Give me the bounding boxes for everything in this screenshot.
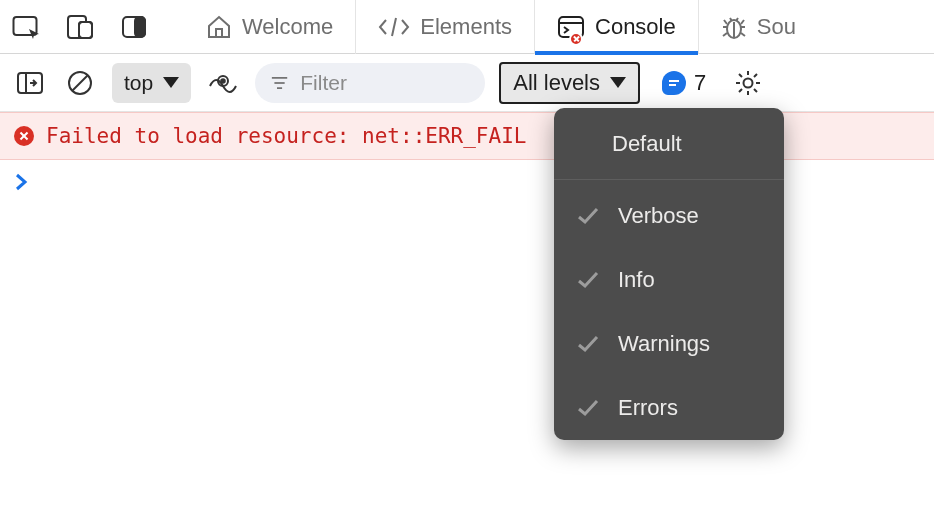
levels-menu-info[interactable]: Info (554, 248, 784, 312)
console-error-row[interactable]: Failed to load resource: net::ERR_FAIL (0, 112, 934, 160)
levels-menu-verbose-label: Verbose (618, 203, 699, 229)
console-prompt[interactable] (0, 160, 934, 204)
main-tabs-row: Welcome Elements Console Sou (0, 0, 934, 54)
clear-console-icon[interactable] (62, 65, 98, 101)
tab-elements[interactable]: Elements (355, 0, 534, 54)
filter-icon (271, 74, 288, 92)
levels-menu-warnings-label: Warnings (618, 331, 710, 357)
toggle-sidebar-icon[interactable] (12, 65, 48, 101)
settings-button[interactable] (730, 65, 766, 101)
tab-elements-label: Elements (420, 14, 512, 40)
inspect-element-icon[interactable] (10, 11, 42, 43)
console-error-badge-icon (569, 32, 583, 46)
issues-count: 7 (694, 70, 706, 96)
home-icon (206, 15, 232, 39)
chevron-down-icon (163, 77, 179, 88)
tab-console[interactable]: Console (534, 0, 698, 54)
bug-icon (721, 14, 747, 40)
levels-menu-warnings[interactable]: Warnings (554, 312, 784, 376)
log-levels-menu: Default Verbose Info Warnings Errors (554, 108, 784, 440)
filter-box[interactable] (255, 63, 485, 103)
execution-context-select[interactable]: top (112, 63, 191, 103)
svg-rect-5 (135, 17, 145, 37)
tab-sources-label: Sou (757, 14, 796, 40)
svg-rect-2 (79, 22, 92, 38)
levels-menu-default-label: Default (612, 131, 682, 157)
levels-menu-errors[interactable]: Errors (554, 376, 784, 440)
filter-input[interactable] (300, 71, 469, 95)
dock-side-icon[interactable] (118, 11, 150, 43)
log-levels-button[interactable]: All levels (499, 62, 640, 104)
live-expression-icon[interactable] (205, 65, 241, 101)
console-output: Failed to load resource: net::ERR_FAIL (0, 112, 934, 204)
device-toggle-icon[interactable] (64, 11, 96, 43)
levels-menu-default[interactable]: Default (554, 108, 784, 180)
issues-button[interactable]: 7 (662, 70, 706, 96)
console-toolbar: top All levels 7 (0, 54, 934, 112)
check-icon (576, 207, 600, 225)
tab-welcome-label: Welcome (242, 14, 333, 40)
tab-console-label: Console (595, 14, 676, 40)
issues-icon (662, 71, 686, 95)
tab-sources[interactable]: Sou (698, 0, 818, 54)
check-icon (576, 271, 600, 289)
tab-welcome[interactable]: Welcome (184, 0, 355, 54)
check-icon (576, 335, 600, 353)
error-message-text: Failed to load resource: net::ERR_FAIL (46, 124, 526, 148)
svg-point-11 (221, 79, 225, 83)
check-icon (576, 399, 600, 417)
chevron-down-icon (610, 77, 626, 88)
prompt-chevron-icon (14, 172, 30, 192)
error-icon (14, 126, 34, 146)
svg-point-15 (744, 78, 753, 87)
levels-menu-info-label: Info (618, 267, 655, 293)
elements-icon (378, 16, 410, 38)
context-label: top (124, 71, 153, 95)
levels-menu-errors-label: Errors (618, 395, 678, 421)
gear-icon (734, 69, 762, 97)
levels-label: All levels (513, 70, 600, 96)
device-icons-group (10, 11, 170, 43)
levels-menu-verbose[interactable]: Verbose (554, 184, 784, 248)
